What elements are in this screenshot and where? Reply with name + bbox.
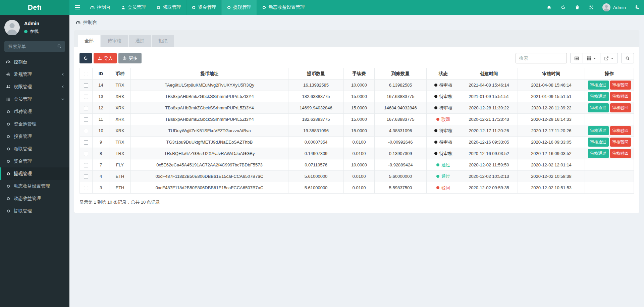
address-cell: 0xcF487F118d2B50E806DBB61E15caFCCA6507B7… (131, 171, 288, 182)
upload-icon (98, 56, 102, 60)
row-checkbox[interactable] (84, 174, 88, 179)
navbar-item[interactable]: 控制台 (85, 0, 116, 15)
row-checkbox[interactable] (84, 83, 88, 88)
sidebar-item[interactable]: 领取管理 (0, 143, 69, 155)
reject-button[interactable]: 审核驳回 (610, 126, 631, 135)
amount-cell: 5.61000000 (288, 171, 344, 182)
reject-button[interactable]: 审核驳回 (610, 149, 631, 158)
sidebar-item-label: 常规管理 (14, 71, 32, 78)
tab-待审核[interactable]: 待审核 (101, 35, 128, 47)
status-label: 通过 (441, 162, 450, 168)
tab-通过[interactable]: 通过 (129, 35, 151, 47)
tab-拒绝[interactable]: 拒绝 (152, 35, 174, 47)
reject-button[interactable]: 审核驳回 (610, 103, 631, 112)
fee-cell: 15.0000 (344, 114, 375, 125)
select-all-checkbox[interactable] (84, 72, 88, 76)
address-cell: TG3r1ou9DuUktgfMETJ9dJNaEEoSAZThbB (131, 137, 288, 148)
row-checkbox[interactable] (84, 117, 88, 122)
sidebar-item[interactable]: 控制台 (0, 56, 69, 68)
navbar-item[interactable]: 领取管理 (151, 0, 186, 15)
search-icon[interactable] (57, 44, 62, 49)
user-menu[interactable]: Admin (598, 0, 630, 15)
circle-icon (192, 5, 196, 10)
sidebar-item[interactable]: 会员管理 (0, 93, 69, 105)
received-cell: 5.59837500 (375, 182, 427, 194)
approve-button[interactable]: 审核通过 (588, 149, 609, 158)
refresh-table-button[interactable] (79, 53, 92, 63)
circle-icon (227, 5, 231, 10)
created-at-cell: 2021-01-09 15:51:51 (460, 91, 518, 102)
approve-button[interactable]: 审核通过 (588, 81, 609, 90)
columns-button[interactable] (583, 53, 600, 63)
status-badge: 待审核 (434, 128, 452, 134)
sidebar-item[interactable]: 常规管理 (0, 68, 69, 81)
fee-cell: 15.0000 (344, 102, 375, 114)
received-cell: 0.13907309 (375, 148, 427, 159)
reject-button[interactable]: 审核驳回 (610, 92, 631, 101)
clear-cache-button[interactable] (570, 0, 584, 15)
amount-cell: 182.63883775 (288, 114, 344, 125)
status-cell: 待审核 (427, 91, 460, 102)
brand-logo[interactable]: Defi (0, 0, 69, 15)
audited-at-cell: 2020-12-16 09:33:05 (518, 137, 585, 148)
pagination-toggle-button[interactable] (570, 53, 583, 63)
table-header-row: ID币种提币地址提币数量手续费到账数量状态创建时间审核时间操作 (80, 68, 634, 80)
row-checkbox[interactable] (84, 152, 88, 156)
sidebar-item[interactable]: 提现管理 (0, 167, 69, 180)
sidebar-item[interactable]: 动态收益设置管理 (0, 180, 69, 192)
angle-down-icon (60, 97, 65, 101)
row-checkbox[interactable] (84, 95, 88, 99)
id-cell: 8 (93, 148, 109, 159)
row-checkbox[interactable] (84, 163, 88, 167)
reject-button[interactable]: 审核驳回 (610, 138, 631, 147)
navbar-item-label: 会员管理 (128, 4, 146, 10)
sidebar-item[interactable]: 币种管理 (0, 105, 69, 118)
user-status: 在线 (24, 29, 39, 35)
navbar-item[interactable]: 动态收益设置管理 (257, 0, 310, 15)
settings-button[interactable] (630, 0, 644, 15)
status-cell: 待审核 (427, 102, 460, 114)
sidebar-item[interactable]: 提取管理 (0, 205, 69, 217)
row-checkbox[interactable] (84, 129, 88, 133)
row-checkbox[interactable] (84, 186, 88, 190)
home-button[interactable] (542, 0, 556, 15)
coin-cell: XRK (109, 102, 131, 114)
tab-label: 拒绝 (159, 38, 168, 43)
menu-search-input[interactable] (4, 41, 65, 52)
status-dot-icon (436, 118, 439, 121)
approve-button[interactable]: 审核通过 (588, 92, 609, 101)
address-cell: TUDuyWqjifZeK51SFkuVFZTGarzzxAtBva (131, 125, 288, 137)
navbar-item[interactable]: 提现管理 (221, 0, 257, 15)
brand-text: Defi (28, 3, 42, 11)
search-icon (625, 56, 630, 61)
more-button[interactable]: 更多 (118, 53, 142, 63)
row-checkbox[interactable] (84, 106, 88, 110)
export-button[interactable] (600, 53, 618, 63)
sidebar-item[interactable]: 权限管理 (0, 81, 69, 93)
sidebar-item-label: 会员管理 (14, 96, 32, 102)
toolbar-right (516, 53, 634, 63)
import-button[interactable]: 导入 (94, 53, 117, 63)
refresh-button[interactable] (556, 0, 570, 15)
approve-button[interactable]: 审核通过 (588, 103, 609, 112)
sidebar-item[interactable]: 资金池管理 (0, 118, 69, 130)
navbar-item[interactable]: 会员管理 (116, 0, 151, 15)
sidebar-item[interactable]: 动态收益管理 (0, 192, 69, 205)
tab-全部[interactable]: 全部 (78, 35, 100, 47)
navbar-item-label: 资金管理 (198, 4, 216, 10)
approve-button[interactable]: 审核通过 (588, 138, 609, 147)
row-checkbox[interactable] (84, 140, 88, 145)
sidebar-item[interactable]: 资金管理 (0, 155, 69, 167)
toolbar: 导入 更多 (79, 53, 634, 63)
search-toggle-button[interactable] (621, 53, 634, 63)
reject-button[interactable]: 审核驳回 (610, 81, 631, 90)
sidebar-item[interactable]: 投资管理 (0, 130, 69, 143)
fullscreen-button[interactable] (584, 0, 598, 15)
id-cell: 7 (93, 159, 109, 171)
actions-cell (585, 182, 634, 194)
sidebar-toggle-button[interactable] (69, 0, 85, 15)
navbar-item[interactable]: 资金管理 (186, 0, 221, 15)
table-search-input[interactable] (516, 53, 567, 63)
amount-cell: 182.63883775 (288, 91, 344, 102)
approve-button[interactable]: 审核通过 (588, 126, 609, 135)
